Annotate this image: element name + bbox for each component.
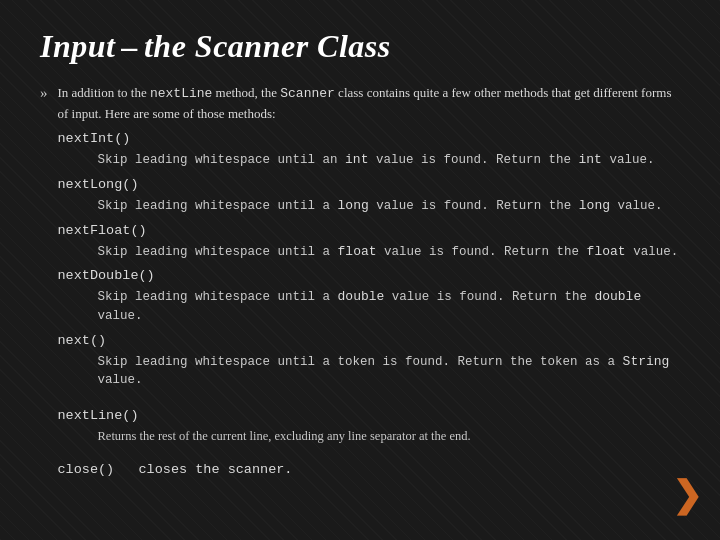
method-nextdouble-name: nextDouble() — [58, 266, 681, 287]
nextdouble-code1: double — [338, 289, 385, 304]
method-nextline-name: nextLine() — [58, 406, 681, 427]
intro-paragraph: In addition to the nextLine method, the … — [58, 83, 681, 124]
method-next-name: next() — [58, 331, 681, 352]
intro-code-nextline: nextLine — [150, 86, 212, 101]
slide: Input–the Scanner Class » In addition to… — [0, 0, 720, 540]
intro-code-scanner: Scanner — [280, 86, 335, 101]
method-nextfloat-name: nextFloat() — [58, 221, 681, 242]
bullet-point: » — [40, 85, 48, 102]
nextint-code1: int — [345, 152, 368, 167]
method-nextlong-name: nextLong() — [58, 175, 681, 196]
nextdouble-code2: double — [594, 289, 641, 304]
method-next-desc: Skip leading whitespace until a token is… — [58, 352, 681, 391]
nextfloat-code2: float — [587, 244, 626, 259]
next-slide-chevron[interactable]: ❯ — [672, 474, 702, 516]
next-code1: String — [623, 354, 670, 369]
method-close-name: close() closes the scanner. — [58, 460, 681, 481]
nextline-section: nextLine() Returns the rest of the curre… — [58, 406, 681, 446]
nextlong-code1: long — [338, 198, 369, 213]
title-suffix: the Scanner Class — [144, 28, 391, 64]
title-dash: – — [121, 28, 138, 64]
nextlong-code2: long — [579, 198, 610, 213]
close-section: close() closes the scanner. — [58, 460, 681, 481]
slide-title: Input–the Scanner Class — [40, 28, 680, 65]
title-prefix: Input — [40, 28, 115, 64]
method-nextint-name: nextInt() — [58, 129, 681, 150]
method-nextfloat-desc: Skip leading whitespace until a float va… — [58, 242, 681, 262]
main-content: In addition to the nextLine method, the … — [58, 83, 681, 481]
method-nextint-desc: Skip leading whitespace until an int val… — [58, 150, 681, 170]
nextint-code2: int — [579, 152, 602, 167]
nextfloat-code1: float — [338, 244, 377, 259]
method-nextline-desc: Returns the rest of the current line, ex… — [58, 427, 681, 446]
content-area: » In addition to the nextLine method, th… — [40, 83, 680, 481]
method-nextlong-desc: Skip leading whitespace until a long val… — [58, 196, 681, 216]
method-nextdouble-desc: Skip leading whitespace until a double v… — [58, 287, 681, 326]
